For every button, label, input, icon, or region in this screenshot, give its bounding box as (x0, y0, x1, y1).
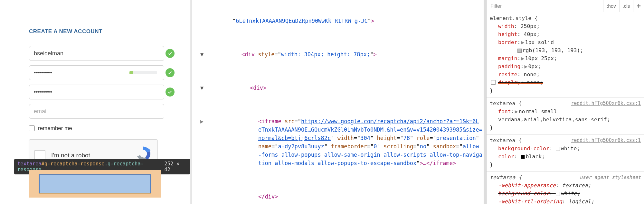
dom-node[interactable]: ▼<div style="width: 304px; height: 78px;… (192, 50, 484, 59)
rule-close: } (490, 124, 641, 132)
email-row (29, 104, 161, 119)
css-property[interactable]: color: black; (490, 153, 641, 161)
styles-panel: :hov .cls + element.style { width: 250px… (486, 0, 644, 204)
caret-right-icon[interactable]: ▶ (200, 117, 204, 125)
style-rule-ua[interactable]: user agent stylesheet textarea { -webkit… (487, 172, 644, 204)
styles-toolbar: :hov .cls + (487, 0, 644, 12)
selector: element.style { (490, 14, 641, 22)
style-rule[interactable]: reddit.hFTg500xr6k.css:1 textarea { font… (487, 97, 644, 134)
remember-me-label: remember me (38, 125, 72, 132)
css-property[interactable]: width: 250px; (490, 22, 641, 30)
css-property[interactable]: font:▶normal small verdana,arial,helveti… (490, 107, 641, 124)
css-property[interactable]: background-color: white; (490, 144, 641, 153)
elements-panel[interactable]: "6LeTnxkTAAAAAN9QEuDZRpn90WwKk_R1TRW_g-J… (192, 0, 484, 204)
rule-close: } (490, 161, 641, 169)
check-icon (166, 68, 175, 77)
password-confirm-input[interactable] (29, 85, 164, 99)
color-swatch[interactable] (556, 192, 560, 196)
caret-down-icon[interactable]: ▼ (200, 84, 204, 92)
signup-form-pane: CREATE A NEW ACCOUNT remember me I'm not… (0, 0, 190, 204)
css-property[interactable]: -webkit-appearance: textarea; (490, 181, 641, 190)
username-input[interactable] (29, 46, 164, 61)
dom-node[interactable]: "6LeTnxkTAAAAAN9QEuDZRpn90WwKk_R1TRW_g-J… (192, 17, 484, 25)
add-rule-button[interactable]: + (633, 0, 644, 12)
css-property[interactable]: height: 40px; (490, 30, 641, 38)
email-input[interactable] (29, 104, 164, 119)
remember-me-row: remember me (29, 125, 161, 132)
css-property[interactable]: -webkit-rtl-ordering: logical; (490, 198, 641, 204)
password-row (29, 65, 161, 80)
rule-source-link[interactable]: reddit.hFTg500xr6k.css:1 (571, 99, 641, 107)
color-swatch[interactable] (517, 49, 522, 53)
password-strength-meter (129, 71, 157, 74)
pane-splitter[interactable] (484, 0, 486, 204)
dom-node[interactable]: </div> (192, 192, 484, 201)
rule-source: user agent stylesheet (580, 173, 641, 181)
style-rule[interactable]: element.style { width: 250px; height: 40… (487, 12, 644, 97)
css-property[interactable]: resize: none; (490, 70, 641, 79)
cls-button[interactable]: .cls (619, 0, 633, 12)
css-property-overridden[interactable]: background-color: white; (490, 190, 641, 198)
css-property[interactable]: border:▶1px solid rgb(193, 193, 193); (490, 38, 641, 54)
hov-button[interactable]: :hov (603, 0, 619, 12)
css-property[interactable]: padding:▶0px; (490, 62, 641, 70)
style-rule[interactable]: reddit.hFTg500xr6k.css:1 textarea { back… (487, 134, 644, 172)
form-title: CREATE A NEW ACCOUNT (29, 28, 161, 35)
username-row (29, 46, 161, 61)
remember-me-checkbox[interactable] (29, 125, 35, 131)
password-confirm-row (29, 85, 161, 99)
check-icon (166, 88, 175, 97)
styles-filter-input[interactable] (487, 3, 603, 9)
dom-tree[interactable]: "6LeTnxkTAAAAAN9QEuDZRpn90WwKk_R1TRW_g-J… (192, 0, 484, 204)
element-highlight-overlay (29, 170, 161, 198)
rule-source-link[interactable]: reddit.hFTg500xr6k.css:1 (571, 136, 641, 144)
css-property-disabled[interactable]: display: none; (490, 79, 641, 87)
recaptcha-label: I'm not a robot (51, 152, 90, 159)
rule-close: } (490, 87, 641, 95)
css-property[interactable]: margin:▶10px 25px; (490, 54, 641, 62)
dom-node[interactable]: ▶<iframe src="https://www.google.com/rec… (192, 117, 484, 167)
color-swatch[interactable] (521, 155, 525, 159)
check-icon (166, 49, 175, 58)
property-checkbox[interactable] (491, 80, 496, 85)
dom-node[interactable]: ▼<div> (192, 84, 484, 92)
color-swatch[interactable] (556, 147, 560, 151)
caret-down-icon[interactable]: ▼ (200, 50, 204, 59)
